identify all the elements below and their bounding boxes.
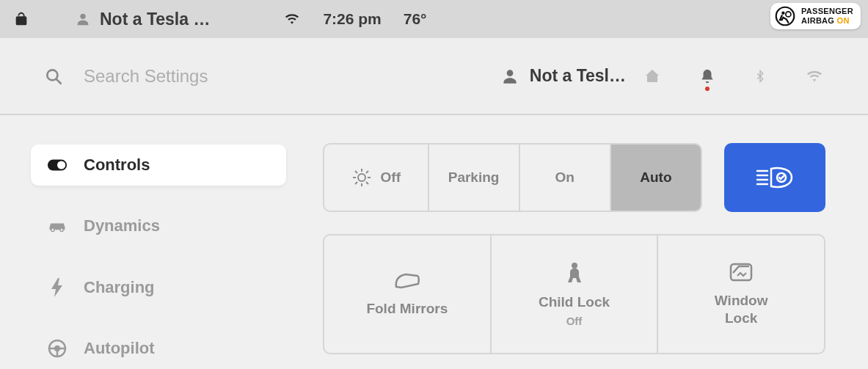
temperature: 76° (404, 10, 427, 28)
passenger-airbag-badge[interactable]: PASSENGER AIRBAG ON (770, 3, 861, 29)
svg-line-21 (366, 171, 368, 173)
svg-point-6 (506, 70, 513, 76)
fold-mirrors-tile[interactable]: Fold Mirrors (324, 235, 492, 353)
notifications-icon[interactable] (699, 67, 715, 85)
svg-point-4 (47, 70, 57, 80)
bluetooth-icon[interactable] (754, 67, 767, 86)
lock-icon[interactable] (13, 11, 29, 27)
car-icon (47, 219, 68, 233)
headlight-icon (755, 165, 795, 190)
toggle-icon (47, 158, 68, 172)
airbag-icon (775, 6, 795, 26)
status-center: 7:26 pm 76° (283, 10, 426, 28)
driver-profile[interactable]: Not a Tesla … (75, 10, 210, 29)
lights-on[interactable]: On (520, 145, 611, 211)
main-content: Controls Dynamics Charging Autopilot (0, 115, 868, 369)
svg-point-13 (358, 174, 365, 181)
lights-segmented: Off Parking On Auto (323, 143, 702, 212)
wifi-icon[interactable] (283, 12, 301, 26)
bolt-icon (47, 278, 68, 297)
sidebar-item-label: Controls (84, 156, 150, 175)
lights-parking[interactable]: Parking (429, 145, 520, 211)
header-icons (643, 67, 824, 86)
svg-line-20 (355, 182, 357, 184)
window-lock-tile[interactable]: Window Lock (658, 235, 824, 353)
lights-row: Off Parking On Auto (323, 143, 825, 212)
light-icon (351, 167, 372, 188)
svg-line-5 (56, 79, 60, 83)
child-lock-tile[interactable]: Child Lock Off (492, 235, 659, 353)
svg-point-3 (786, 12, 791, 17)
driver-name: Not a Tesla … (100, 10, 210, 29)
steering-wheel-icon (47, 339, 68, 358)
mirror-icon (393, 271, 422, 291)
sidebar-item-label: Dynamics (84, 216, 160, 235)
person-icon (75, 11, 91, 27)
tile-label: Child Lock (539, 293, 610, 311)
tile-sublabel: Off (566, 315, 583, 327)
settings-header: Search Settings Not a Tesl… (0, 38, 868, 115)
status-bar: Not a Tesla … 7:26 pm 76° PASSENGER AIRB… (0, 0, 868, 38)
controls-tiles: Fold Mirrors Child Lock Off Window Lock (323, 234, 825, 354)
clock-time: 7:26 pm (323, 10, 381, 28)
window-lock-icon (729, 261, 754, 283)
child-icon (565, 261, 584, 285)
airbag-text: PASSENGER AIRBAG ON (801, 7, 853, 25)
homelink-icon[interactable] (643, 67, 661, 85)
svg-line-19 (366, 182, 368, 184)
svg-point-27 (572, 263, 577, 268)
notification-dot (705, 87, 710, 91)
svg-point-1 (776, 7, 795, 26)
sidebar: Controls Dynamics Charging Autopilot (0, 115, 308, 369)
tile-label: Fold Mirrors (366, 300, 448, 318)
lights-auto[interactable]: Auto (611, 145, 701, 211)
svg-point-10 (60, 228, 63, 231)
svg-point-8 (57, 161, 65, 169)
sidebar-item-dynamics[interactable]: Dynamics (31, 206, 286, 247)
svg-point-12 (55, 346, 59, 351)
controls-panel: Off Parking On Auto (308, 115, 868, 369)
svg-point-9 (51, 228, 54, 231)
profile-button[interactable]: Not a Tesl… (500, 66, 626, 86)
profile-name: Not a Tesl… (530, 66, 626, 86)
sidebar-item-label: Autopilot (84, 339, 155, 358)
search-icon (44, 67, 63, 86)
tile-label: Window Lock (715, 292, 768, 327)
lights-off[interactable]: Off (324, 145, 429, 211)
wifi-settings-icon[interactable] (805, 68, 824, 84)
search-placeholder: Search Settings (84, 66, 208, 87)
svg-point-0 (80, 14, 85, 19)
search-input[interactable]: Search Settings (44, 66, 500, 87)
svg-line-18 (355, 171, 357, 173)
svg-point-2 (781, 11, 784, 14)
auto-high-beam-button[interactable] (724, 143, 825, 212)
person-icon (500, 67, 519, 86)
sidebar-item-autopilot[interactable]: Autopilot (31, 329, 286, 370)
sidebar-item-controls[interactable]: Controls (31, 145, 286, 186)
sidebar-item-label: Charging (84, 278, 155, 297)
sidebar-item-charging[interactable]: Charging (31, 267, 286, 308)
